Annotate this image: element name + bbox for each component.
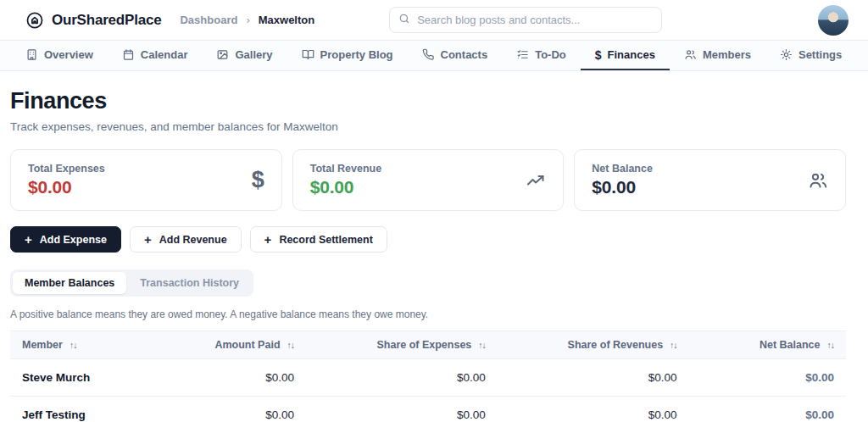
app-name: OurSharedPlace bbox=[52, 12, 161, 29]
share-expenses-cell: $0.00 bbox=[306, 359, 498, 397]
action-buttons: + Add Expense + Add Revenue + Record Set… bbox=[10, 226, 846, 253]
tab-finances[interactable]: $ Finances bbox=[581, 41, 670, 70]
total-revenue-card: Total Revenue $0.00 bbox=[292, 149, 565, 211]
balances-tab-group: Member Balances Transaction History bbox=[10, 269, 253, 297]
nav-label: Finances bbox=[608, 48, 655, 61]
users-icon bbox=[684, 48, 697, 61]
net-balance-value: $0.00 bbox=[592, 177, 653, 197]
total-revenue-value: $0.00 bbox=[310, 177, 382, 197]
tab-settings[interactable]: Settings bbox=[765, 41, 856, 70]
net-balance-cell: $0.00 bbox=[689, 359, 846, 397]
tab-overview[interactable]: Overview bbox=[11, 41, 108, 70]
nav-label: Contacts bbox=[441, 48, 488, 61]
column-label: Share of Expenses bbox=[376, 339, 471, 351]
column-header-net-balance[interactable]: Net Balance↑↓ bbox=[689, 331, 846, 359]
breadcrumb-dashboard[interactable]: Dashboard bbox=[180, 14, 237, 26]
add-expense-button[interactable]: + Add Expense bbox=[10, 226, 121, 253]
summary-cards: Total Expenses $0.00 $ Total Revenue $0.… bbox=[10, 149, 846, 211]
phone-icon bbox=[422, 48, 435, 61]
column-header-amount-paid[interactable]: Amount Paid↑↓ bbox=[177, 331, 306, 359]
nav-label: Calendar bbox=[141, 48, 188, 61]
share-revenues-cell: $0.00 bbox=[498, 397, 689, 422]
card-label: Total Expenses bbox=[28, 163, 105, 175]
nav-label: Members bbox=[703, 48, 751, 61]
trending-up-icon bbox=[526, 170, 546, 191]
column-label: Share of Revenues bbox=[568, 339, 664, 351]
search-icon bbox=[398, 13, 410, 28]
top-header: OurSharedPlace Dashboard › Maxwelton bbox=[0, 0, 868, 41]
sort-icon: ↑↓ bbox=[827, 340, 835, 350]
plus-icon: + bbox=[25, 233, 32, 246]
nav-label: To-Do bbox=[535, 48, 566, 61]
card-label: Net Balance bbox=[592, 163, 653, 175]
book-open-icon bbox=[302, 48, 314, 61]
main-navigation: Overview Calendar Gallery Property Blog … bbox=[0, 41, 868, 71]
gear-icon bbox=[780, 48, 793, 61]
nav-label: Settings bbox=[798, 48, 842, 61]
plus-icon: + bbox=[264, 233, 272, 246]
sort-icon: ↑↓ bbox=[287, 340, 295, 350]
share-expenses-cell: $0.00 bbox=[306, 397, 498, 422]
member-name: Steve Murch bbox=[10, 359, 177, 397]
user-avatar[interactable] bbox=[818, 5, 849, 36]
net-balance-card: Net Balance $0.00 bbox=[574, 149, 846, 211]
nav-label: Overview bbox=[44, 48, 93, 61]
sort-icon: ↑↓ bbox=[478, 340, 486, 350]
app-logo[interactable]: OurSharedPlace bbox=[25, 11, 161, 30]
nav-label: Gallery bbox=[235, 48, 272, 61]
balance-explainer-note: A positive balance means they are owed m… bbox=[10, 308, 846, 320]
member-name: Jeff Testing bbox=[10, 397, 177, 422]
plus-icon: + bbox=[144, 233, 152, 246]
total-expenses-value: $0.00 bbox=[28, 177, 105, 197]
column-label: Net Balance bbox=[760, 339, 821, 351]
tab-members[interactable]: Members bbox=[670, 41, 765, 70]
finances-page: Finances Track expenses, revenues, and m… bbox=[0, 88, 868, 422]
calendar-icon bbox=[122, 48, 135, 61]
dollar-icon: $ bbox=[595, 48, 602, 62]
sort-icon: ↑↓ bbox=[70, 340, 77, 350]
tab-calendar[interactable]: Calendar bbox=[108, 41, 203, 70]
breadcrumb: Dashboard › Maxwelton bbox=[180, 14, 314, 26]
share-revenues-cell: $0.00 bbox=[498, 359, 689, 397]
breadcrumb-current[interactable]: Maxwelton bbox=[259, 14, 314, 26]
net-balance-cell: $0.00 bbox=[689, 397, 846, 422]
card-label: Total Revenue bbox=[310, 163, 382, 175]
list-checks-icon bbox=[516, 48, 529, 61]
amount-paid-cell: $0.00 bbox=[177, 397, 306, 422]
column-header-member[interactable]: Member↑↓ bbox=[10, 331, 177, 359]
home-icon bbox=[25, 11, 44, 30]
dollar-icon: $ bbox=[252, 169, 264, 192]
column-header-share-of-revenues[interactable]: Share of Revenues↑↓ bbox=[498, 331, 689, 359]
sort-icon: ↑↓ bbox=[670, 340, 677, 350]
member-balances-table: Member↑↓ Amount Paid↑↓ Share of Expenses… bbox=[10, 330, 846, 422]
building-icon bbox=[25, 48, 38, 61]
tab-property-blog[interactable]: Property Blog bbox=[287, 41, 408, 70]
amount-paid-cell: $0.00 bbox=[177, 359, 306, 397]
breadcrumb-separator-icon: › bbox=[246, 14, 249, 26]
users-icon bbox=[808, 170, 828, 191]
column-label: Amount Paid bbox=[214, 339, 280, 351]
table-row: Steve Murch $0.00 $0.00 $0.00 $0.00 bbox=[10, 359, 846, 397]
tab-transaction-history[interactable]: Transaction History bbox=[128, 272, 251, 294]
nav-label: Property Blog bbox=[320, 48, 393, 61]
table-header-row: Member↑↓ Amount Paid↑↓ Share of Expenses… bbox=[10, 331, 846, 359]
tab-todo[interactable]: To-Do bbox=[502, 41, 581, 70]
tab-contacts[interactable]: Contacts bbox=[408, 41, 503, 70]
record-settlement-button[interactable]: + Record Settlement bbox=[250, 226, 387, 253]
page-title: Finances bbox=[10, 88, 846, 114]
search-bar[interactable] bbox=[389, 7, 662, 33]
page-subtitle: Track expenses, revenues, and member bal… bbox=[10, 120, 846, 133]
add-revenue-button[interactable]: + Add Revenue bbox=[130, 226, 242, 253]
button-label: Add Expense bbox=[40, 234, 107, 246]
button-label: Record Settlement bbox=[279, 234, 372, 246]
column-header-share-of-expenses[interactable]: Share of Expenses↑↓ bbox=[306, 331, 498, 359]
search-input[interactable] bbox=[417, 14, 653, 26]
image-icon bbox=[216, 48, 229, 61]
table-row: Jeff Testing $0.00 $0.00 $0.00 $0.00 bbox=[10, 397, 846, 422]
button-label: Add Revenue bbox=[159, 234, 227, 246]
column-label: Member bbox=[22, 339, 63, 351]
total-expenses-card: Total Expenses $0.00 $ bbox=[10, 149, 282, 211]
tab-member-balances[interactable]: Member Balances bbox=[13, 272, 126, 294]
tab-gallery[interactable]: Gallery bbox=[202, 41, 287, 70]
